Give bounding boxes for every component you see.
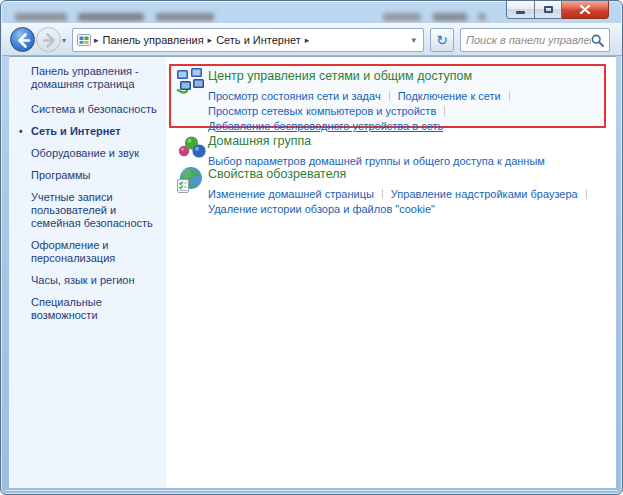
active-bullet-icon: • xyxy=(19,125,23,138)
internet-options-icon[interactable] xyxy=(176,166,204,194)
homegroup-title[interactable]: Домашняя группа xyxy=(208,134,311,149)
control-panel-icon xyxy=(77,33,91,47)
task-link-row: Удаление истории обзора и файлов "cookie… xyxy=(208,202,595,216)
forward-button[interactable] xyxy=(36,27,61,52)
link-manage-addons[interactable]: Управление надстройками браузера xyxy=(391,188,578,200)
link-view-network-status[interactable]: Просмотр состояния сети и задач xyxy=(208,90,381,102)
link-separator xyxy=(509,91,510,101)
back-button[interactable] xyxy=(10,27,35,52)
network-sharing-center-icon[interactable] xyxy=(176,67,204,95)
homegroup-icon[interactable] xyxy=(177,134,207,161)
client-area: Панель управления - домашняя страница Си… xyxy=(9,56,616,488)
control-panel-window: ▾ ▸ Панель управления ▸ Сеть и Интернет … xyxy=(0,0,623,495)
sidebar-item-ease-of-access[interactable]: Специальные возможности xyxy=(31,296,158,322)
section-internet-options: Свойства обозревателя Изменение домашней… xyxy=(208,164,595,217)
forward-arrow-icon xyxy=(37,28,62,53)
sidebar: Панель управления - домашняя страница Си… xyxy=(9,57,166,488)
network-sharing-center-title[interactable]: Центр управления сетями и общим доступом xyxy=(208,69,472,84)
navigation-bar: ▾ ▸ Панель управления ▸ Сеть и Интернет … xyxy=(2,23,623,56)
link-delete-history-cookies[interactable]: Удаление истории обзора и файлов "cookie… xyxy=(208,203,435,215)
search-input[interactable] xyxy=(466,34,591,46)
address-bar[interactable]: ▸ Панель управления ▸ Сеть и Интернет ▸ … xyxy=(72,28,424,52)
sidebar-item-programs[interactable]: Программы xyxy=(31,169,158,182)
breadcrumb-arrow-icon[interactable]: ▸ xyxy=(305,35,310,45)
back-arrow-icon xyxy=(11,28,36,53)
minimize-button[interactable] xyxy=(506,1,535,19)
refresh-button[interactable]: ↻ xyxy=(430,28,454,52)
sidebar-item-clock-language[interactable]: Часы, язык и регион xyxy=(31,274,158,287)
task-link-row: Просмотр сетевых компьютеров и устройств xyxy=(208,104,518,118)
section-network-sharing-center: Центр управления сетями и общим доступом… xyxy=(208,66,518,134)
recent-pages-dropdown[interactable]: ▾ xyxy=(62,36,66,45)
title-bar xyxy=(1,1,622,23)
sidebar-item-appearance[interactable]: Оформление и персонализация xyxy=(31,239,158,265)
search-icon[interactable] xyxy=(591,34,604,47)
minimize-icon xyxy=(516,11,525,14)
sidebar-item-user-accounts[interactable]: Учетные записи пользователей и семейная … xyxy=(31,191,158,230)
content-area: Центр управления сетями и общим доступом… xyxy=(166,57,616,488)
breadcrumb-control-panel[interactable]: Панель управления xyxy=(99,34,208,46)
close-icon xyxy=(580,5,590,14)
link-view-network-computers[interactable]: Просмотр сетевых компьютеров и устройств xyxy=(208,105,436,117)
link-separator xyxy=(586,189,587,199)
address-history-dropdown-icon[interactable]: ▾ xyxy=(408,35,419,45)
sidebar-item-control-panel-home[interactable]: Панель управления - домашняя страница xyxy=(31,65,158,91)
breadcrumb-network-internet[interactable]: Сеть и Интернет xyxy=(212,34,305,46)
link-connect-to-network[interactable]: Подключение к сети xyxy=(398,90,501,102)
link-separator xyxy=(444,106,445,116)
sidebar-item-system-security[interactable]: Система и безопасность xyxy=(31,103,158,116)
task-link-row: Просмотр состояния сети и задачПодключен… xyxy=(208,89,518,103)
link-change-homepage[interactable]: Изменение домашней страницы xyxy=(208,188,374,200)
link-separator xyxy=(382,189,383,199)
window-controls xyxy=(506,1,609,19)
task-link-row: Изменение домашней страницыУправление на… xyxy=(208,187,595,201)
internet-options-title[interactable]: Свойства обозревателя xyxy=(208,167,346,182)
close-button[interactable] xyxy=(562,1,609,19)
link-separator xyxy=(389,91,390,101)
sidebar-item-network-internet[interactable]: •Сеть и Интернет xyxy=(31,125,158,138)
maximize-icon xyxy=(544,6,553,13)
frame-highlight xyxy=(5,490,618,491)
maximize-button[interactable] xyxy=(535,1,562,19)
sidebar-item-hardware-sound[interactable]: Оборудование и звук xyxy=(31,147,158,160)
search-box xyxy=(460,28,610,52)
